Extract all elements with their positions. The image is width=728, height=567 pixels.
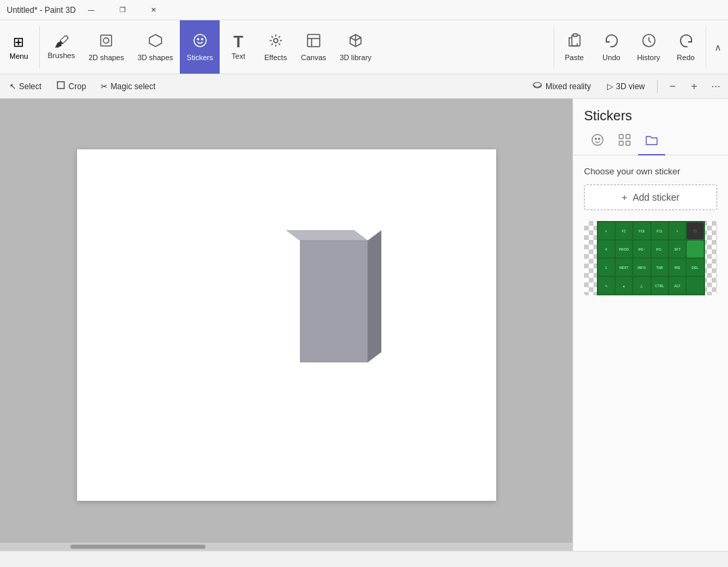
canvas-area[interactable] (0, 99, 573, 551)
text-label: Text (232, 52, 245, 60)
text-icon: T (233, 34, 243, 50)
ribbon-item-paste[interactable]: Paste (556, 20, 593, 74)
ribbon-item-redo[interactable]: Redo (667, 20, 704, 74)
add-sticker-label: Add sticker (633, 192, 679, 203)
minimize-button[interactable]: — (76, 0, 107, 20)
brushes-label: Brushes (48, 51, 75, 59)
panel-tab-stickers-grid[interactable] (611, 129, 638, 155)
svg-point-3 (197, 39, 199, 40)
mixed-reality-tool[interactable]: Mixed reality (525, 77, 598, 95)
svg-marker-14 (287, 230, 368, 241)
3dlibrary-label: 3D library (340, 53, 372, 61)
3d-shape (287, 220, 388, 369)
zoom-in-button[interactable]: + (685, 77, 704, 96)
canvas-sheet (77, 149, 496, 501)
svg-rect-22 (626, 141, 630, 145)
key-cell: PG↑ (633, 241, 650, 257)
svg-point-16 (592, 134, 603, 145)
panel-tab-folder[interactable] (638, 129, 665, 155)
mixed-reality-label: Mixed reality (545, 82, 591, 91)
menu-label: Menu (9, 52, 28, 60)
ribbon-item-text[interactable]: T Text (220, 20, 257, 74)
ribbon-item-3dlibrary[interactable]: 3D library (333, 20, 379, 74)
stickers-panel: Stickers (573, 99, 728, 551)
ribbon-item-canvas[interactable]: Canvas (294, 20, 333, 74)
ribbon-item-effects[interactable]: Effects (257, 20, 294, 74)
magic-select-tool[interactable]: ✂ Magic select (94, 79, 162, 94)
select-label: Select (19, 82, 41, 91)
svg-rect-19 (619, 134, 623, 139)
choose-sticker-label: Choose your own sticker (584, 166, 717, 176)
paste-icon (566, 32, 583, 51)
collapse-button[interactable]: ∧ (708, 20, 728, 74)
ribbon-item-stickers[interactable]: Stickers (180, 20, 220, 74)
history-label: History (637, 53, 660, 61)
svg-point-4 (201, 39, 203, 40)
svg-rect-20 (626, 134, 630, 139)
titlebar-controls: — ❐ ✕ (76, 0, 169, 20)
key-cell: ▲ (616, 277, 632, 294)
statusbar (0, 551, 728, 567)
scrollbar-thumb (70, 545, 205, 549)
emoji-tab-icon (591, 133, 604, 147)
mixed-reality-icon (532, 80, 543, 93)
effects-label: Effects (264, 53, 287, 61)
sticker-preview[interactable]: < F1 F10 F11 > ⚫ 4 PROD PG↑ PG↓ SFT 1 NE… (584, 221, 717, 295)
ribbon: ⊞ Menu 🖌 Brushes 2D shapes 3D shapes (0, 20, 728, 74)
add-sticker-button[interactable]: + Add sticker (584, 184, 717, 210)
2dshapes-icon (98, 32, 114, 51)
3d-view-icon: ▷ (607, 82, 613, 91)
redo-label: Redo (677, 53, 694, 61)
crop-label: Crop (68, 82, 86, 91)
add-sticker-plus-icon: + (622, 192, 627, 203)
horizontal-scrollbar[interactable] (0, 543, 573, 551)
key-cell: NEXT (616, 259, 632, 276)
magic-select-label: Magic select (110, 82, 155, 91)
menu-button[interactable]: ⊞ Menu (0, 20, 38, 74)
paste-label: Paste (564, 53, 583, 61)
ribbon-item-3dshapes[interactable]: 3D shapes (130, 20, 180, 74)
panel-tab-emoji[interactable] (584, 129, 611, 155)
key-cell: PROD (616, 241, 632, 257)
key-cell: ALT (669, 277, 685, 294)
key-cell: SFT (669, 241, 685, 257)
ribbon-item-2dshapes[interactable]: 2D shapes (82, 20, 131, 74)
panel-title: Stickers (573, 99, 728, 129)
undo-icon (604, 32, 620, 51)
key-cell: < (598, 222, 614, 239)
brushes-icon: 🖌 (54, 34, 69, 49)
ribbon-right: Paste Undo History (552, 20, 728, 74)
3d-view-tool[interactable]: ▷ 3D view (600, 79, 652, 94)
ribbon-item-brushes[interactable]: 🖌 Brushes (41, 20, 82, 74)
toolbar: ↖ Select Crop ✂ Magic select Mixed reali… (0, 74, 728, 99)
crop-tool[interactable]: Crop (49, 78, 93, 95)
select-tool[interactable]: ↖ Select (3, 79, 48, 94)
ribbon-separator-3 (706, 26, 706, 68)
svg-marker-15 (368, 230, 381, 362)
menu-icon: ⊞ (13, 34, 24, 50)
ribbon-item-history[interactable]: History (630, 20, 667, 74)
svg-rect-6 (308, 34, 320, 47)
key-cell: 4 (598, 241, 614, 257)
key-cell: INFO (633, 259, 650, 276)
svg-point-1 (103, 38, 109, 43)
canvas-label: Canvas (301, 53, 326, 61)
svg-rect-0 (101, 35, 112, 46)
titlebar-title: Untitled* - Paint 3D (7, 5, 76, 15)
more-options-button[interactable]: ··· (706, 77, 725, 96)
stickers-label: Stickers (187, 53, 213, 61)
redo-icon (678, 32, 694, 51)
svg-rect-10 (573, 34, 577, 36)
svg-point-2 (194, 34, 206, 47)
maximize-button[interactable]: ❐ (107, 0, 138, 20)
zoom-out-button[interactable]: − (663, 77, 682, 96)
key-cell: CTRL (652, 277, 668, 294)
svg-point-17 (596, 139, 597, 140)
key-cell: DEL (687, 259, 703, 276)
main-area: Stickers (0, 99, 728, 551)
close-button[interactable]: ✕ (138, 0, 169, 20)
ribbon-item-undo[interactable]: Undo (593, 20, 630, 74)
sticker-image: < F1 F10 F11 > ⚫ 4 PROD PG↑ PG↓ SFT 1 NE… (597, 221, 705, 295)
key-cell: F10 (633, 222, 650, 239)
folder-tab-icon (645, 133, 658, 147)
